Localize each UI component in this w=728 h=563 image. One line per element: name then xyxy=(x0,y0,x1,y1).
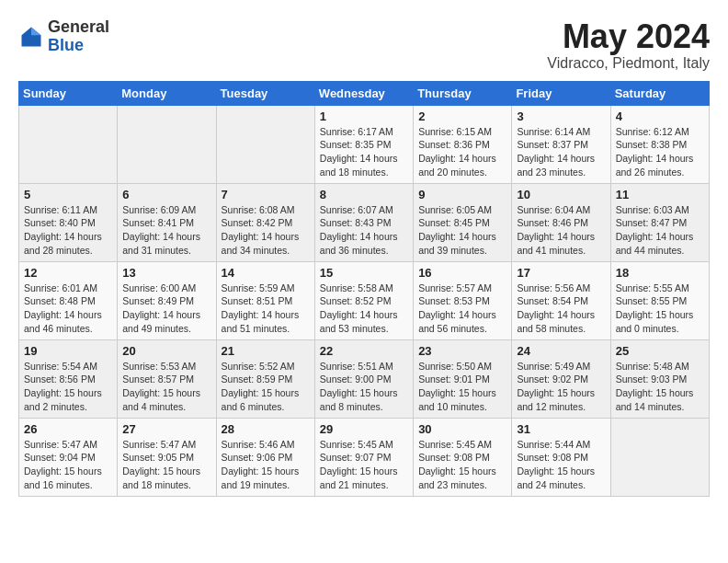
day-info: Sunrise: 5:59 AMSunset: 8:51 PMDaylight:… xyxy=(222,282,310,336)
day-number: 4 xyxy=(616,109,704,123)
week-row-4: 19Sunrise: 5:54 AMSunset: 8:56 PMDayligh… xyxy=(19,339,710,418)
table-row: 27Sunrise: 5:47 AMSunset: 9:05 PMDayligh… xyxy=(118,418,216,496)
table-row xyxy=(216,105,314,183)
table-row: 1Sunrise: 6:17 AMSunset: 8:35 PMDaylight… xyxy=(314,105,413,183)
calendar-table: SundayMondayTuesdayWednesdayThursdayFrid… xyxy=(18,81,710,497)
page-header: General Blue May 2024 Vidracco, Piedmont… xyxy=(18,18,710,72)
day-number: 20 xyxy=(122,344,210,358)
day-number: 18 xyxy=(616,266,704,280)
weekday-header-wednesday: Wednesday xyxy=(314,81,413,105)
day-number: 1 xyxy=(320,109,408,123)
logo: General Blue xyxy=(18,18,109,55)
day-info: Sunrise: 5:56 AMSunset: 8:54 PMDaylight:… xyxy=(517,282,605,336)
table-row: 23Sunrise: 5:50 AMSunset: 9:01 PMDayligh… xyxy=(414,339,512,418)
day-number: 5 xyxy=(24,188,112,201)
day-info: Sunrise: 6:01 AMSunset: 8:48 PMDaylight:… xyxy=(24,282,112,336)
day-number: 23 xyxy=(418,344,506,358)
day-number: 12 xyxy=(24,266,112,280)
location-subtitle: Vidracco, Piedmont, Italy xyxy=(547,55,710,72)
table-row: 30Sunrise: 5:45 AMSunset: 9:08 PMDayligh… xyxy=(414,418,512,496)
day-info: Sunrise: 5:48 AMSunset: 9:03 PMDaylight:… xyxy=(616,360,704,414)
week-row-3: 12Sunrise: 6:01 AMSunset: 8:48 PMDayligh… xyxy=(19,261,710,339)
month-year-title: May 2024 xyxy=(547,18,710,55)
logo-general-text: General xyxy=(48,17,109,36)
day-info: Sunrise: 6:08 AMSunset: 8:42 PMDaylight:… xyxy=(222,203,310,258)
table-row: 10Sunrise: 6:04 AMSunset: 8:46 PMDayligh… xyxy=(512,183,610,261)
week-row-1: 1Sunrise: 6:17 AMSunset: 8:35 PMDaylight… xyxy=(19,105,710,183)
day-number: 10 xyxy=(517,188,605,201)
weekday-header-sunday: Sunday xyxy=(19,81,118,105)
day-number: 13 xyxy=(122,266,210,280)
week-row-2: 5Sunrise: 6:11 AMSunset: 8:40 PMDaylight… xyxy=(19,183,710,261)
day-number: 31 xyxy=(517,422,605,436)
day-number: 26 xyxy=(24,422,112,436)
table-row: 28Sunrise: 5:46 AMSunset: 9:06 PMDayligh… xyxy=(216,418,314,496)
day-info: Sunrise: 5:50 AMSunset: 9:01 PMDaylight:… xyxy=(418,360,506,414)
table-row: 13Sunrise: 6:00 AMSunset: 8:49 PMDayligh… xyxy=(118,261,216,339)
weekday-header-tuesday: Tuesday xyxy=(216,81,314,105)
day-info: Sunrise: 5:54 AMSunset: 8:56 PMDaylight:… xyxy=(24,360,112,414)
day-number: 19 xyxy=(24,344,112,358)
day-number: 29 xyxy=(320,422,408,436)
day-info: Sunrise: 5:49 AMSunset: 9:02 PMDaylight:… xyxy=(517,360,605,414)
table-row: 11Sunrise: 6:03 AMSunset: 8:47 PMDayligh… xyxy=(610,183,709,261)
table-row: 7Sunrise: 6:08 AMSunset: 8:42 PMDaylight… xyxy=(216,183,314,261)
table-row: 9Sunrise: 6:05 AMSunset: 8:45 PMDaylight… xyxy=(414,183,512,261)
week-row-5: 26Sunrise: 5:47 AMSunset: 9:04 PMDayligh… xyxy=(19,418,710,496)
table-row: 29Sunrise: 5:45 AMSunset: 9:07 PMDayligh… xyxy=(314,418,413,496)
day-info: Sunrise: 5:46 AMSunset: 9:06 PMDaylight:… xyxy=(222,438,310,492)
day-info: Sunrise: 6:14 AMSunset: 8:37 PMDaylight:… xyxy=(517,125,605,179)
day-info: Sunrise: 6:00 AMSunset: 8:49 PMDaylight:… xyxy=(122,282,210,336)
day-info: Sunrise: 5:57 AMSunset: 8:53 PMDaylight:… xyxy=(418,282,506,336)
table-row: 19Sunrise: 5:54 AMSunset: 8:56 PMDayligh… xyxy=(19,339,118,418)
day-number: 2 xyxy=(418,109,506,123)
day-info: Sunrise: 5:53 AMSunset: 8:57 PMDaylight:… xyxy=(122,360,210,414)
day-number: 30 xyxy=(418,422,506,436)
day-number: 27 xyxy=(122,422,210,436)
day-number: 9 xyxy=(418,188,506,201)
table-row: 5Sunrise: 6:11 AMSunset: 8:40 PMDaylight… xyxy=(19,183,118,261)
day-info: Sunrise: 6:15 AMSunset: 8:36 PMDaylight:… xyxy=(418,125,506,179)
logo-icon xyxy=(18,24,44,50)
day-number: 7 xyxy=(222,188,310,201)
weekday-header-monday: Monday xyxy=(118,81,216,105)
table-row: 25Sunrise: 5:48 AMSunset: 9:03 PMDayligh… xyxy=(610,339,709,418)
day-info: Sunrise: 5:44 AMSunset: 9:08 PMDaylight:… xyxy=(517,438,605,492)
weekday-header-friday: Friday xyxy=(512,81,610,105)
day-info: Sunrise: 6:17 AMSunset: 8:35 PMDaylight:… xyxy=(320,125,408,179)
day-info: Sunrise: 5:45 AMSunset: 9:08 PMDaylight:… xyxy=(418,438,506,492)
day-info: Sunrise: 6:12 AMSunset: 8:38 PMDaylight:… xyxy=(616,125,704,179)
day-info: Sunrise: 5:51 AMSunset: 9:00 PMDaylight:… xyxy=(320,360,408,414)
table-row: 21Sunrise: 5:52 AMSunset: 8:59 PMDayligh… xyxy=(216,339,314,418)
day-info: Sunrise: 5:55 AMSunset: 8:55 PMDaylight:… xyxy=(616,282,704,336)
table-row: 18Sunrise: 5:55 AMSunset: 8:55 PMDayligh… xyxy=(610,261,709,339)
day-number: 3 xyxy=(517,109,605,123)
day-info: Sunrise: 5:52 AMSunset: 8:59 PMDaylight:… xyxy=(222,360,310,414)
day-number: 17 xyxy=(517,266,605,280)
table-row: 15Sunrise: 5:58 AMSunset: 8:52 PMDayligh… xyxy=(314,261,413,339)
table-row: 4Sunrise: 6:12 AMSunset: 8:38 PMDaylight… xyxy=(610,105,709,183)
table-row: 6Sunrise: 6:09 AMSunset: 8:41 PMDaylight… xyxy=(118,183,216,261)
day-info: Sunrise: 6:03 AMSunset: 8:47 PMDaylight:… xyxy=(616,203,704,258)
table-row: 2Sunrise: 6:15 AMSunset: 8:36 PMDaylight… xyxy=(414,105,512,183)
day-number: 14 xyxy=(222,266,310,280)
table-row xyxy=(118,105,216,183)
table-row: 20Sunrise: 5:53 AMSunset: 8:57 PMDayligh… xyxy=(118,339,216,418)
table-row: 31Sunrise: 5:44 AMSunset: 9:08 PMDayligh… xyxy=(512,418,610,496)
day-info: Sunrise: 5:47 AMSunset: 9:05 PMDaylight:… xyxy=(122,438,210,492)
day-number: 8 xyxy=(320,188,408,201)
day-number: 15 xyxy=(320,266,408,280)
svg-marker-1 xyxy=(31,27,41,35)
table-row: 17Sunrise: 5:56 AMSunset: 8:54 PMDayligh… xyxy=(512,261,610,339)
day-info: Sunrise: 6:09 AMSunset: 8:41 PMDaylight:… xyxy=(122,203,210,258)
table-row: 22Sunrise: 5:51 AMSunset: 9:00 PMDayligh… xyxy=(314,339,413,418)
table-row: 16Sunrise: 5:57 AMSunset: 8:53 PMDayligh… xyxy=(414,261,512,339)
day-info: Sunrise: 5:58 AMSunset: 8:52 PMDaylight:… xyxy=(320,282,408,336)
table-row: 3Sunrise: 6:14 AMSunset: 8:37 PMDaylight… xyxy=(512,105,610,183)
weekday-header-thursday: Thursday xyxy=(414,81,512,105)
day-number: 28 xyxy=(222,422,310,436)
weekday-header-row: SundayMondayTuesdayWednesdayThursdayFrid… xyxy=(19,81,710,105)
table-row: 12Sunrise: 6:01 AMSunset: 8:48 PMDayligh… xyxy=(19,261,118,339)
table-row xyxy=(610,418,709,496)
day-info: Sunrise: 5:45 AMSunset: 9:07 PMDaylight:… xyxy=(320,438,408,492)
